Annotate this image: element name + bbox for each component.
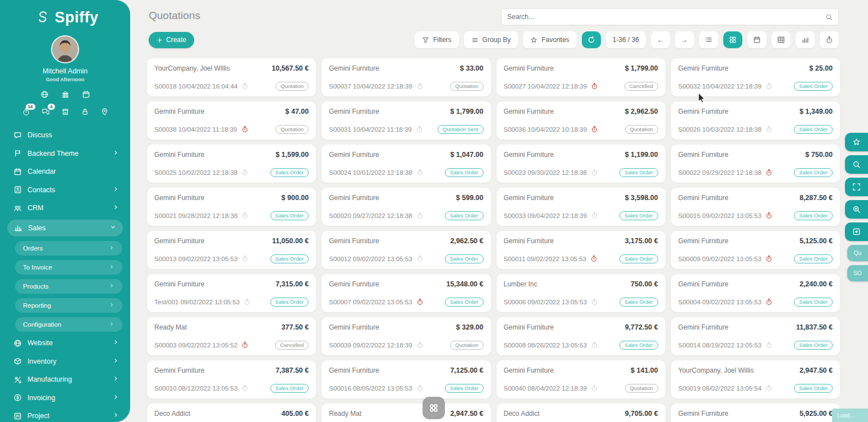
graph-view-button[interactable] [796,31,815,48]
frame-rail-button[interactable] [845,222,868,241]
sidebar-item-invoicing[interactable]: Invoicing [0,391,130,405]
quotation-card[interactable]: Gemini Furniture $ 33.00 S00037 10/04/20… [322,58,490,96]
quotation-card[interactable]: YourCompany, Joel Willis 10,567.50 € S00… [147,58,316,96]
quotation-card[interactable]: Gemini Furniture 11,050.00 € S00013 09/0… [147,231,316,269]
search-rail-button[interactable] [845,155,868,174]
sidebar-item-crm[interactable]: CRM [0,201,130,215]
sidebar-item-calendar[interactable]: Calendar [0,165,130,178]
search-input[interactable] [502,13,825,21]
activity-clock-icon[interactable] [416,82,424,90]
activity-clock-icon[interactable] [765,82,773,90]
quotation-card[interactable]: Deco Addict 9,705.00 € S00001 08/02/2022… [497,404,665,422]
quotation-card[interactable]: Gemini Furniture $ 900.00 S00021 09/28/2… [147,188,316,226]
quotation-card[interactable]: Ready Mat 2,947.50 € S00002 08/02/2022 1… [322,404,490,422]
lock-icon-button[interactable] [81,108,89,116]
location-icon-button[interactable] [100,108,109,116]
sidebar-item-configuration[interactable]: Configuration [15,317,122,332]
activity-clock-icon[interactable] [416,341,424,349]
quotation-card[interactable]: Gemini Furniture 7,125.00 € S00016 08/05… [322,360,490,398]
create-button[interactable]: Create [149,32,194,48]
refresh-button[interactable] [582,31,601,48]
company-icon-button[interactable] [61,90,70,99]
kanban-view-button[interactable] [723,31,742,48]
activity-clock-icon[interactable] [765,212,773,219]
quotation-card[interactable]: Gemini Furniture $ 329.00 S00039 09/02/2… [322,317,490,355]
quotation-card[interactable]: Gemini Furniture $ 3,598.00 S00033 09/04… [497,188,665,226]
calendar-view-button[interactable] [747,31,766,48]
apps-menu-button[interactable] [422,397,445,419]
activity-clock-icon[interactable] [416,384,424,392]
activity-clock-icon[interactable] [591,169,598,176]
activity-clock-icon[interactable] [241,384,249,392]
activity-clock-icon[interactable] [416,255,424,262]
sidebar-item-backend-theme[interactable]: Backend Theme [0,147,130,160]
activity-clock-icon[interactable] [591,212,598,219]
group-by-button[interactable]: Group By [464,31,518,48]
quotation-card[interactable]: Gemini Furniture 7,315.00 € Test/001 09/… [147,274,316,312]
quotation-card[interactable]: Gemini Furniture $ 1,799.00 S00027 10/04… [497,58,665,96]
activity-clock-icon[interactable] [765,255,773,262]
activity-clock-icon[interactable] [590,255,598,262]
shop-icon-button[interactable] [61,108,70,116]
quotation-card[interactable]: Gemini Furniture $ 47.00 S00038 10/04/20… [147,101,316,140]
pager-next-button[interactable]: → [675,31,694,48]
sidebar-item-products[interactable]: Products [15,279,122,294]
activity-clock-icon[interactable] [416,169,424,176]
activity-clock-icon[interactable] [241,212,249,219]
quotation-card[interactable]: Deco Addict 405.00 € S00005 08/02/2022 1… [147,404,316,422]
activity-clock-icon[interactable] [591,298,598,305]
sidebar-item-reporting[interactable]: Reporting [15,298,122,313]
quotation-card[interactable]: Gemini Furniture 9,772.50 € S00008 08/26… [497,317,665,355]
sidebar-item-contacts[interactable]: Contacts [0,183,130,197]
activity-clock-icon[interactable] [765,169,773,176]
app-logo[interactable]: Spiffy [0,0,130,26]
sidebar-item-project[interactable]: Project [0,409,130,422]
pager-previous-button[interactable]: ← [651,31,670,48]
globe-icon-button[interactable] [40,90,49,99]
activity-clock-icon[interactable] [241,82,249,90]
quotation-rail-tag[interactable]: Qu [847,245,868,261]
favorites-button[interactable]: Favorites [523,31,576,48]
quotation-card[interactable]: Gemini Furniture $ 25.00 S00032 10/04/20… [671,58,840,96]
quotation-card[interactable]: Gemini Furniture 11,837.50 € S00014 08/1… [671,317,840,355]
quotation-card[interactable]: Gemini Furniture $ 750.00 S00022 09/29/2… [671,145,840,183]
quotation-card[interactable]: Gemini Furniture 5,925.00 € S00017 07/29… [671,404,840,422]
activity-clock-icon[interactable] [416,126,423,133]
pivot-view-button[interactable] [771,31,791,48]
quotation-card[interactable]: Gemini Furniture 5,125.00 € S00009 09/02… [671,231,840,269]
activity-clock-icon[interactable] [241,341,249,349]
activity-clock-icon[interactable] [591,384,598,392]
quotation-card[interactable]: Gemini Furniture $ 599.00 S00020 09/27/2… [322,188,490,226]
calendar-date-icon-button[interactable] [82,90,90,99]
quotation-card[interactable]: Gemini Furniture 7,387.50 € S00010 08/12… [147,360,316,398]
activity-clock-icon[interactable] [591,126,598,133]
quotation-card[interactable]: Gemini Furniture $ 1,599.00 S00025 10/02… [147,145,316,183]
user-name[interactable]: Mitchell Admin [43,67,88,75]
search-icon[interactable] [825,13,833,21]
quotation-card[interactable]: YourCompany, Joel Willis 2,947.50 € S000… [671,360,840,398]
activity-clock-icon[interactable] [765,126,773,133]
activity-clock-icon[interactable] [416,298,424,305]
star-rail-button[interactable] [845,133,868,151]
messages-icon-button[interactable]: 4 [42,108,50,116]
quotation-card[interactable]: Gemini Furniture $ 2,962.50 S00036 10/04… [497,101,665,140]
quotation-card[interactable]: Gemini Furniture 2,240.00 € S00004 09/02… [671,274,840,312]
quotation-card[interactable]: Gemini Furniture 2,962.50 € S00012 09/02… [322,231,490,269]
quotation-card[interactable]: Gemini Furniture $ 1,199.00 S00023 09/30… [497,145,665,183]
quotation-card[interactable]: Lumber Inc 750.00 € S00006 09/02/2022 13… [497,274,665,312]
activities-icon-button[interactable]: 16 [22,108,30,116]
quotation-card[interactable]: Gemini Furniture 8,287.50 € S00015 09/02… [671,188,840,226]
sidebar-item-sales[interactable]: Sales [7,220,123,236]
quotation-card[interactable]: Gemini Furniture $ 1,799.00 S00031 10/04… [322,101,490,140]
activity-clock-icon[interactable] [765,341,773,349]
activity-clock-icon[interactable] [241,169,249,176]
quotation-card[interactable]: Gemini Furniture $ 1,349.00 S00026 10/03… [671,101,840,140]
activity-view-button[interactable] [820,31,839,48]
avatar[interactable] [51,35,79,63]
activity-clock-icon[interactable] [241,255,249,262]
zoom-in-rail-button[interactable] [845,200,868,219]
quotation-card[interactable]: Gemini Furniture $ 1,047.00 S00024 10/01… [322,145,490,183]
list-view-button[interactable] [699,31,718,48]
activity-clock-icon[interactable] [765,298,773,305]
activity-clock-icon[interactable] [244,298,251,305]
